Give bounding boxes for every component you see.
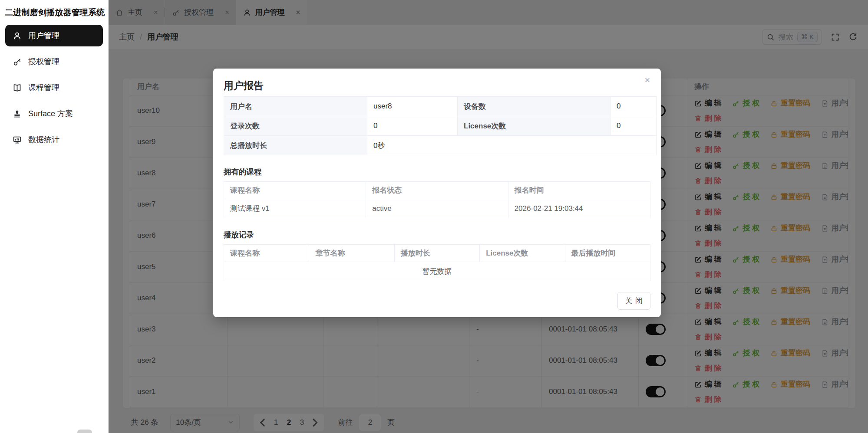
- user-icon: [13, 31, 22, 40]
- sidebar-item-label: 课程管理: [28, 82, 59, 93]
- sidebar-item-surface[interactable]: Surface 方案: [5, 103, 103, 125]
- close-icon[interactable]: ×: [643, 75, 652, 85]
- records-col-license: License次数: [480, 245, 565, 262]
- courses-col-status: 报名状态: [366, 182, 508, 199]
- close-button[interactable]: 关 闭: [617, 292, 650, 310]
- records-col-lastplay: 最后播放时间: [565, 245, 650, 262]
- course-time: 2026-02-21 19:03:44: [508, 199, 650, 218]
- sidebar-item-label: 授权管理: [28, 56, 59, 67]
- user-info-table: 用户名 user8 设备数 0 登录次数 0 License次数 0 总播放时长…: [224, 96, 657, 155]
- sidebar-scroll-thumb[interactable]: [77, 430, 92, 433]
- sidebar-item-label: Surface 方案: [28, 108, 73, 119]
- course-name: 测试课程 v1: [224, 199, 366, 218]
- key-icon: [13, 57, 22, 66]
- sidebar-item-label: 用户管理: [28, 30, 59, 41]
- sidebar-item-users[interactable]: 用户管理: [5, 25, 103, 46]
- info-value: 0秒: [367, 136, 657, 155]
- course-row: 测试课程 v1 active 2026-02-21 19:03:44: [224, 199, 650, 218]
- sidebar-item-stats[interactable]: 数据统计: [5, 129, 103, 151]
- records-section-title: 播放记录: [224, 230, 650, 240]
- info-value: 0: [611, 97, 657, 116]
- empty-placeholder: 暂无数据: [224, 262, 650, 281]
- courses-section-title: 拥有的课程: [224, 167, 650, 177]
- chart-icon: [13, 135, 22, 144]
- app-root: 二进制磨剑播放器管理系统 用户管理 授权管理 课程管理: [0, 0, 868, 433]
- info-value: 0: [367, 116, 458, 136]
- sidebar-item-courses[interactable]: 课程管理: [5, 77, 103, 98]
- courses-col-time: 报名时间: [508, 182, 650, 199]
- modal-title: 用户报告: [224, 79, 650, 91]
- records-table: 课程名称 章节名称 播放时长 License次数 最后播放时间 暂无数据: [224, 244, 650, 281]
- info-label: 登录次数: [224, 116, 367, 136]
- course-status: active: [366, 199, 508, 218]
- stamp-icon: [13, 109, 22, 118]
- info-label: 用户名: [224, 97, 367, 116]
- courses-col-name: 课程名称: [224, 182, 366, 199]
- sidebar-menu: 用户管理 授权管理 课程管理 Surface 方案: [0, 25, 108, 151]
- info-value: user8: [367, 97, 458, 116]
- info-label: 设备数: [458, 97, 611, 116]
- user-report-modal: 用户报告 × 用户名 user8 设备数 0 登录次数 0 License次数 …: [213, 69, 661, 317]
- info-label: License次数: [458, 116, 611, 136]
- app-title: 二进制磨剑播放器管理系统: [0, 0, 108, 25]
- info-value: 0: [611, 116, 657, 136]
- info-label: 总播放时长: [224, 136, 367, 155]
- records-col-chapter: 章节名称: [309, 245, 394, 262]
- book-icon: [13, 83, 22, 92]
- sidebar-item-label: 数据统计: [28, 134, 59, 145]
- courses-table: 课程名称 报名状态 报名时间 测试课程 v1 active 2026-02-21…: [224, 181, 650, 218]
- sidebar-item-license[interactable]: 授权管理: [5, 51, 103, 72]
- sidebar: 二进制磨剑播放器管理系统 用户管理 授权管理 课程管理: [0, 0, 109, 433]
- records-col-course: 课程名称: [224, 245, 309, 262]
- records-col-duration: 播放时长: [394, 245, 479, 262]
